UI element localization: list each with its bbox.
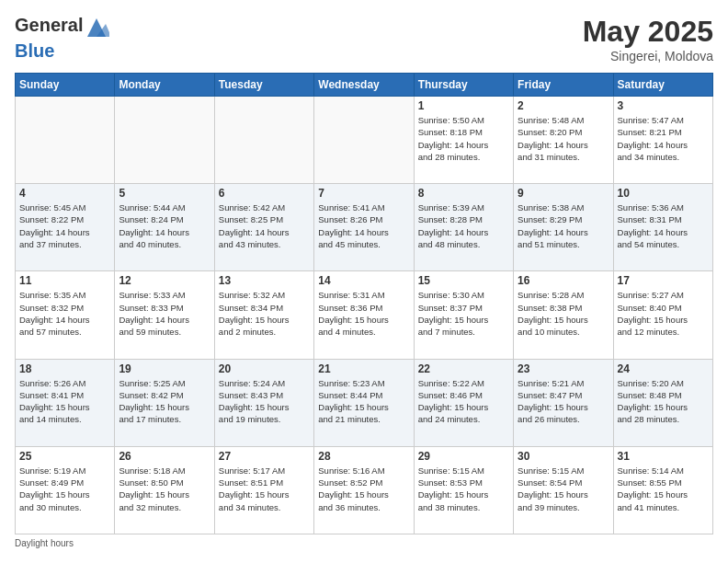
header: General Blue May 2025 Singerei, Moldova — [15, 15, 713, 63]
logo: General Blue — [15, 15, 110, 61]
calendar-week-row: 11Sunrise: 5:35 AM Sunset: 8:32 PM Dayli… — [16, 271, 713, 359]
day-number: 16 — [518, 274, 609, 287]
day-info: Sunrise: 5:18 AM Sunset: 8:50 PM Dayligh… — [119, 465, 210, 513]
day-number: 27 — [219, 450, 310, 463]
day-info: Sunrise: 5:36 AM Sunset: 8:31 PM Dayligh… — [618, 201, 709, 250]
footer-note: Daylight hours — [15, 538, 713, 548]
table-row — [16, 97, 115, 184]
table-row: 15Sunrise: 5:30 AM Sunset: 8:37 PM Dayli… — [414, 271, 513, 359]
page: General Blue May 2025 Singerei, Moldova … — [0, 0, 728, 563]
calendar-week-row: 25Sunrise: 5:19 AM Sunset: 8:49 PM Dayli… — [16, 446, 713, 534]
table-row: 25Sunrise: 5:19 AM Sunset: 8:49 PM Dayli… — [16, 446, 115, 534]
table-row: 1Sunrise: 5:50 AM Sunset: 8:18 PM Daylig… — [414, 97, 513, 184]
day-number: 25 — [19, 450, 110, 463]
table-row: 19Sunrise: 5:25 AM Sunset: 8:42 PM Dayli… — [115, 359, 214, 446]
day-info: Sunrise: 5:31 AM Sunset: 8:36 PM Dayligh… — [318, 289, 409, 338]
day-info: Sunrise: 5:15 AM Sunset: 8:53 PM Dayligh… — [418, 465, 509, 513]
day-info: Sunrise: 5:20 AM Sunset: 8:48 PM Dayligh… — [618, 377, 709, 426]
col-thursday: Thursday — [414, 74, 513, 97]
table-row: 22Sunrise: 5:22 AM Sunset: 8:46 PM Dayli… — [414, 359, 513, 446]
col-wednesday: Wednesday — [314, 74, 414, 97]
logo-general: General — [15, 15, 83, 35]
day-number: 14 — [318, 274, 409, 287]
day-info: Sunrise: 5:15 AM Sunset: 8:54 PM Dayligh… — [518, 465, 609, 513]
table-row: 26Sunrise: 5:18 AM Sunset: 8:50 PM Dayli… — [115, 446, 214, 534]
table-row: 4Sunrise: 5:45 AM Sunset: 8:22 PM Daylig… — [16, 184, 115, 271]
col-monday: Monday — [115, 74, 214, 97]
col-sunday: Sunday — [16, 74, 115, 97]
day-info: Sunrise: 5:32 AM Sunset: 8:34 PM Dayligh… — [219, 289, 310, 338]
day-info: Sunrise: 5:21 AM Sunset: 8:47 PM Dayligh… — [518, 377, 609, 426]
day-info: Sunrise: 5:42 AM Sunset: 8:25 PM Dayligh… — [219, 201, 310, 250]
col-friday: Friday — [514, 74, 613, 97]
day-info: Sunrise: 5:39 AM Sunset: 8:28 PM Dayligh… — [418, 201, 509, 250]
day-info: Sunrise: 5:14 AM Sunset: 8:55 PM Dayligh… — [618, 465, 709, 513]
day-number: 20 — [219, 362, 310, 375]
day-number: 12 — [119, 274, 210, 287]
table-row: 5Sunrise: 5:44 AM Sunset: 8:24 PM Daylig… — [115, 184, 214, 271]
day-info: Sunrise: 5:22 AM Sunset: 8:46 PM Dayligh… — [418, 377, 509, 426]
table-row: 23Sunrise: 5:21 AM Sunset: 8:47 PM Dayli… — [514, 359, 613, 446]
day-info: Sunrise: 5:24 AM Sunset: 8:43 PM Dayligh… — [219, 377, 310, 426]
day-info: Sunrise: 5:44 AM Sunset: 8:24 PM Dayligh… — [119, 201, 210, 250]
table-row: 10Sunrise: 5:36 AM Sunset: 8:31 PM Dayli… — [613, 184, 712, 271]
table-row: 6Sunrise: 5:42 AM Sunset: 8:25 PM Daylig… — [214, 184, 313, 271]
title-block: May 2025 Singerei, Moldova — [583, 15, 713, 63]
day-info: Sunrise: 5:38 AM Sunset: 8:29 PM Dayligh… — [518, 201, 609, 250]
calendar-table: Sunday Monday Tuesday Wednesday Thursday… — [15, 73, 713, 534]
day-number: 29 — [418, 450, 509, 463]
table-row: 3Sunrise: 5:47 AM Sunset: 8:21 PM Daylig… — [613, 97, 712, 184]
day-number: 13 — [219, 274, 310, 287]
day-info: Sunrise: 5:30 AM Sunset: 8:37 PM Dayligh… — [418, 289, 509, 338]
table-row: 21Sunrise: 5:23 AM Sunset: 8:44 PM Dayli… — [314, 359, 414, 446]
day-number: 11 — [19, 274, 110, 287]
table-row: 20Sunrise: 5:24 AM Sunset: 8:43 PM Dayli… — [214, 359, 313, 446]
day-info: Sunrise: 5:41 AM Sunset: 8:26 PM Dayligh… — [318, 201, 409, 250]
day-info: Sunrise: 5:23 AM Sunset: 8:44 PM Dayligh… — [318, 377, 409, 426]
table-row: 11Sunrise: 5:35 AM Sunset: 8:32 PM Dayli… — [16, 271, 115, 359]
day-info: Sunrise: 5:26 AM Sunset: 8:41 PM Dayligh… — [19, 377, 110, 426]
day-number: 21 — [318, 362, 409, 375]
table-row: 18Sunrise: 5:26 AM Sunset: 8:41 PM Dayli… — [16, 359, 115, 446]
logo-blue: Blue — [15, 40, 54, 61]
day-number: 19 — [119, 362, 210, 375]
table-row: 24Sunrise: 5:20 AM Sunset: 8:48 PM Dayli… — [613, 359, 712, 446]
day-number: 26 — [119, 450, 210, 463]
table-row: 30Sunrise: 5:15 AM Sunset: 8:54 PM Dayli… — [514, 446, 613, 534]
table-row: 17Sunrise: 5:27 AM Sunset: 8:40 PM Dayli… — [613, 271, 712, 359]
day-info: Sunrise: 5:47 AM Sunset: 8:21 PM Dayligh… — [618, 114, 709, 163]
day-number: 28 — [318, 450, 409, 463]
col-saturday: Saturday — [613, 74, 712, 97]
day-number: 8 — [418, 187, 509, 200]
col-tuesday: Tuesday — [214, 74, 313, 97]
day-number: 24 — [618, 362, 709, 375]
table-row: 31Sunrise: 5:14 AM Sunset: 8:55 PM Dayli… — [613, 446, 712, 534]
day-number: 30 — [518, 450, 609, 463]
table-row — [214, 97, 313, 184]
table-row — [115, 97, 214, 184]
calendar-week-row: 1Sunrise: 5:50 AM Sunset: 8:18 PM Daylig… — [16, 97, 713, 184]
day-number: 2 — [518, 99, 609, 112]
day-info: Sunrise: 5:27 AM Sunset: 8:40 PM Dayligh… — [618, 289, 709, 338]
day-number: 4 — [19, 187, 110, 200]
day-number: 10 — [618, 187, 709, 200]
day-number: 22 — [418, 362, 509, 375]
day-info: Sunrise: 5:33 AM Sunset: 8:33 PM Dayligh… — [119, 289, 210, 338]
day-info: Sunrise: 5:50 AM Sunset: 8:18 PM Dayligh… — [418, 114, 509, 163]
table-row: 28Sunrise: 5:16 AM Sunset: 8:52 PM Dayli… — [314, 446, 414, 534]
day-number: 9 — [518, 187, 609, 200]
day-info: Sunrise: 5:19 AM Sunset: 8:49 PM Dayligh… — [19, 465, 110, 513]
table-row: 16Sunrise: 5:28 AM Sunset: 8:38 PM Dayli… — [514, 271, 613, 359]
day-number: 23 — [518, 362, 609, 375]
day-info: Sunrise: 5:45 AM Sunset: 8:22 PM Dayligh… — [19, 201, 110, 250]
table-row: 7Sunrise: 5:41 AM Sunset: 8:26 PM Daylig… — [314, 184, 414, 271]
table-row: 9Sunrise: 5:38 AM Sunset: 8:29 PM Daylig… — [514, 184, 613, 271]
table-row: 27Sunrise: 5:17 AM Sunset: 8:51 PM Dayli… — [214, 446, 313, 534]
title-month: May 2025 — [583, 15, 713, 49]
table-row: 13Sunrise: 5:32 AM Sunset: 8:34 PM Dayli… — [214, 271, 313, 359]
day-info: Sunrise: 5:28 AM Sunset: 8:38 PM Dayligh… — [518, 289, 609, 338]
day-number: 18 — [19, 362, 110, 375]
table-row: 8Sunrise: 5:39 AM Sunset: 8:28 PM Daylig… — [414, 184, 513, 271]
calendar-week-row: 18Sunrise: 5:26 AM Sunset: 8:41 PM Dayli… — [16, 359, 713, 446]
logo-icon — [84, 15, 109, 40]
